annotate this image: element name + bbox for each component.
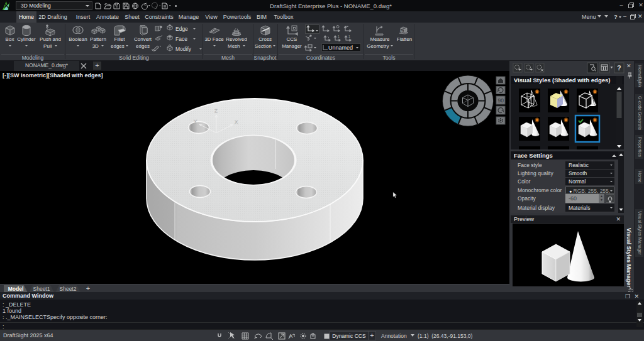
svg-text:Visual Styles (Shaded with edg: Visual Styles (Shaded with edges)	[514, 77, 610, 84]
svg-text:X: X	[235, 119, 238, 125]
svg-text:?: ?	[617, 64, 621, 72]
svg-text:Y: Y	[194, 119, 197, 124]
svg-text:Z: Z	[214, 108, 218, 114]
svg-text:1: 1	[348, 35, 350, 38]
svg-text:1: 1	[338, 35, 340, 38]
svg-text:Face Settings: Face Settings	[514, 152, 553, 159]
svg-text:90: 90	[498, 97, 504, 104]
svg-text:2D: 2D	[400, 30, 403, 33]
